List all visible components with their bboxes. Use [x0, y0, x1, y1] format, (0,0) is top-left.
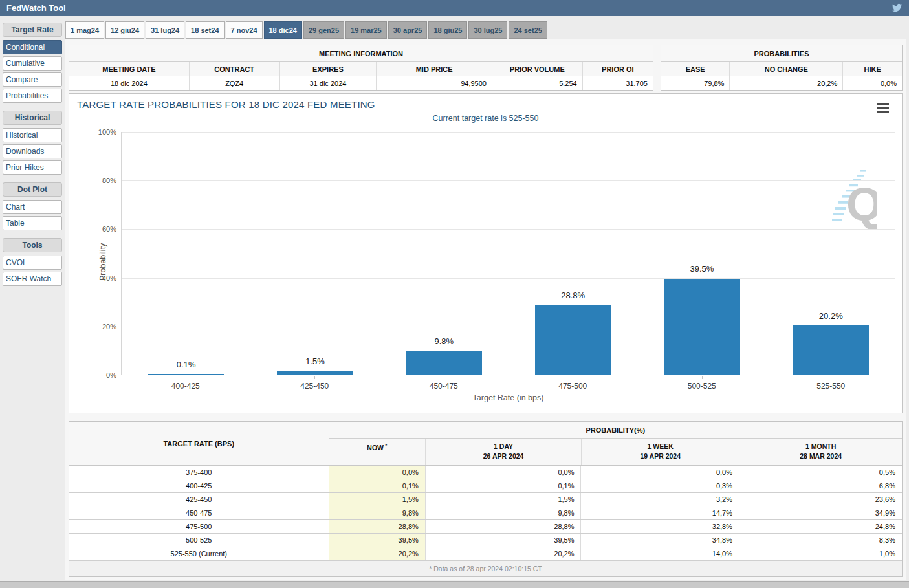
prob-cell: 32,8% — [581, 520, 739, 533]
probabilities-values: 79,8%20,2%0,0% — [661, 76, 902, 90]
bar-slot: 9.8% — [380, 132, 509, 375]
target-rate-bps-header: TARGET RATE (BPS) — [69, 422, 329, 465]
sidebar-item-downloads[interactable]: Downloads — [3, 144, 62, 158]
prob-cell: 9,8% — [329, 506, 426, 519]
prob-cell: 28,8% — [329, 520, 426, 533]
app-title: FedWatch Tool — [6, 3, 66, 13]
bar-525-550[interactable] — [793, 325, 870, 375]
meeting-header-prior-oi: PRIOR OI — [583, 62, 653, 76]
tab-24-set25[interactable]: 24 set25 — [509, 21, 547, 39]
rate-cell: 475-500 — [69, 520, 329, 533]
table-row: 450-4759,8%9,8%14,7%34,9% — [69, 506, 902, 520]
prob-cell: 24,8% — [739, 520, 902, 533]
grid-line — [122, 180, 895, 181]
meeting-header-meeting-date: MEETING DATE — [69, 62, 190, 76]
x-axis-labels: 400-425425-450450-475475-500500-525525-5… — [121, 376, 895, 391]
prob-cell: 0,0% — [581, 466, 739, 479]
prob-header-ease: EASE — [661, 62, 730, 76]
tab-1-mag24[interactable]: 1 mag24 — [65, 21, 104, 39]
twitter-icon[interactable] — [892, 3, 903, 12]
bar-slot: 0.1% — [122, 132, 250, 375]
x-axis-title: Target Rate (in bps) — [121, 393, 895, 402]
tab-19-mar25[interactable]: 19 mar25 — [345, 21, 387, 39]
x-category-label: 425-450 — [250, 376, 380, 391]
prob-cell: 3,2% — [581, 493, 739, 506]
probabilities-title: PROBABILITIES — [661, 45, 902, 62]
table-row: 400-4250,1%0,1%0,3%6,8% — [69, 479, 902, 493]
bar-value-label: 1.5% — [250, 356, 379, 366]
bar-400-425[interactable] — [148, 374, 225, 375]
probabilities-panel: PROBABILITIES EASENO CHANGEHIKE 79,8%20,… — [661, 45, 903, 91]
projected-dates-note: 29/01/2025 and forward are projected mee… — [69, 577, 903, 580]
chart-menu-icon[interactable] — [877, 103, 889, 114]
y-tick-label: 100% — [88, 128, 116, 136]
y-tick-label: 40% — [88, 274, 116, 282]
prob-cell: 0,5% — [739, 466, 902, 479]
bar-slots: 0.1%1.5%9.8%28.8%39.5%20.2% — [122, 132, 895, 375]
table-row: 500-52539,5%39,5%34,8%8,3% — [69, 534, 902, 547]
prob-cell: 1,5% — [426, 493, 582, 506]
prob-col-header-1-day: 1 DAY26 APR 2024 — [426, 439, 582, 465]
prob-table-header: TARGET RATE (BPS) PROBABILITY(%) NOW *1 … — [69, 422, 902, 466]
tab-18-dic24[interactable]: 18 dic24 — [264, 21, 302, 39]
tab-12-giu24[interactable]: 12 giu24 — [105, 21, 144, 39]
tab-18-giu25[interactable]: 18 giu25 — [428, 21, 467, 39]
bar-475-500[interactable] — [535, 305, 611, 375]
tab-29-gen25[interactable]: 29 gen25 — [303, 21, 344, 39]
sidebar-section-target-rate: Target Rate — [3, 23, 62, 37]
date-tabs: 1 mag2412 giu2431 lug2418 set247 nov2418… — [65, 21, 906, 39]
bar-slot: 1.5% — [250, 132, 379, 375]
meeting-header-contract: CONTRACT — [190, 62, 280, 76]
sidebar-item-table[interactable]: Table — [3, 216, 62, 230]
y-tick-label: 60% — [88, 225, 116, 233]
quikstrike-watermark: Q — [832, 168, 877, 232]
meeting-value-prior-volume: 5.254 — [492, 76, 583, 90]
y-tick-label: 20% — [88, 323, 116, 331]
prob-cell: 0,0% — [426, 466, 582, 479]
x-category-label: 525-550 — [767, 376, 896, 391]
prob-cell: 9,8% — [426, 506, 582, 519]
probability-table: TARGET RATE (BPS) PROBABILITY(%) NOW *1 … — [69, 421, 903, 577]
tab-30-lug25[interactable]: 30 lug25 — [468, 21, 507, 39]
sidebar-item-chart[interactable]: Chart — [3, 200, 62, 214]
grid-line — [122, 327, 895, 327]
prob-cell: 39,5% — [426, 534, 582, 547]
prob-table-subheaders: NOW *1 DAY26 APR 20241 WEEK19 APR 20241 … — [329, 439, 902, 465]
prob-cell: 39,5% — [329, 534, 426, 547]
target-rate-chart: TARGET RATE PROBABILITIES FOR 18 DIC 202… — [69, 93, 903, 413]
sidebar-section-tools: Tools — [3, 238, 62, 252]
tab-7-nov24[interactable]: 7 nov24 — [226, 21, 263, 39]
table-row: 475-50028,8%28,8%32,8%24,8% — [69, 520, 902, 534]
bar-slot: 28.8% — [509, 132, 637, 375]
tab-18-set24[interactable]: 18 set24 — [186, 21, 224, 39]
sidebar-item-cvol[interactable]: CVOL — [3, 256, 62, 270]
sidebar-item-conditional[interactable]: Conditional — [3, 40, 62, 54]
sidebar-section-dot-plot: Dot Plot — [3, 182, 62, 197]
sidebar-item-cumulative[interactable]: Cumulative — [3, 56, 62, 71]
table-row: 375-4000,0%0,0%0,0%0,5% — [69, 466, 902, 479]
sidebar-item-compare[interactable]: Compare — [3, 72, 62, 87]
tab-30-apr25[interactable]: 30 apr25 — [388, 21, 428, 39]
sidebar-item-sofr-watch[interactable]: SOFR Watch — [3, 272, 62, 286]
meeting-information-panel: MEETING INFORMATION MEETING DATECONTRACT… — [69, 45, 653, 91]
svg-text:Q: Q — [846, 179, 877, 229]
prob-header-hike: HIKE — [843, 62, 902, 76]
meeting-value-mid-price: 94,9500 — [377, 76, 492, 90]
horizontal-scrollbar[interactable] — [0, 581, 909, 588]
meeting-header-prior-volume: PRIOR VOLUME — [492, 62, 583, 76]
sidebar-item-prior-hikes[interactable]: Prior Hikes — [3, 160, 62, 175]
prob-header-no-change: NO CHANGE — [730, 62, 843, 76]
tab-31-lug24[interactable]: 31 lug24 — [146, 21, 184, 39]
table-row: 525-550 (Current)20,2%20,2%14,0%1,0% — [69, 547, 902, 560]
prob-cell: 0,3% — [581, 479, 739, 492]
bar-425-450[interactable] — [277, 371, 353, 375]
sidebar-section-historical: Historical — [3, 111, 62, 125]
bar-450-475[interactable] — [406, 351, 483, 375]
prob-col-header-1-week: 1 WEEK19 APR 2024 — [582, 439, 739, 465]
data-as-of-footnote: * Data as of 28 apr 2024 02:10:15 CT — [69, 560, 902, 576]
bar-value-label: 20.2% — [767, 311, 895, 321]
table-row: 425-4501,5%1,5%3,2%23,6% — [69, 493, 902, 506]
sidebar-item-historical[interactable]: Historical — [3, 128, 62, 142]
sidebar-item-probabilities[interactable]: Probabilities — [3, 89, 62, 103]
chart-subtitle: Current target rate is 525-550 — [69, 114, 902, 123]
